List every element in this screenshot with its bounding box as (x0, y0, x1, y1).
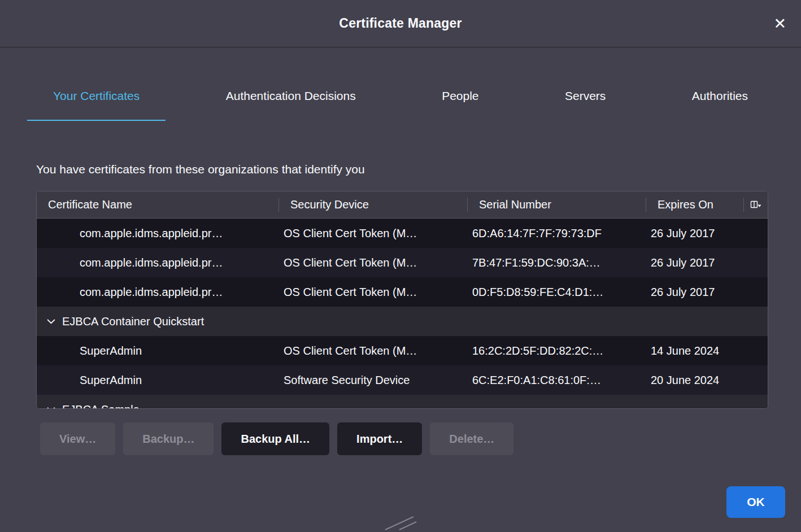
certificates-description: You have certificates from these organiz… (36, 163, 801, 176)
column-header-serial-number[interactable]: Serial Number (468, 191, 646, 218)
tab-servers[interactable]: Servers (539, 89, 632, 121)
import-button[interactable]: Import… (337, 422, 422, 455)
cell-name: SuperAdmin (37, 365, 279, 395)
action-button-bar: View…Backup…Backup All…Import…Delete… (40, 422, 801, 455)
certificate-row[interactable]: com.apple.idms.appleid.pr…OS Client Cert… (37, 219, 768, 248)
group-row-ejbca-sample[interactable]: EJBCA Sample (37, 395, 768, 409)
close-icon[interactable]: ✕ (773, 16, 786, 31)
cell-expires: 20 June 2024 (646, 365, 768, 395)
delete-button[interactable]: Delete… (430, 422, 513, 455)
chevron-down-icon (47, 407, 55, 409)
cell-name: SuperAdmin (37, 336, 279, 365)
tab-your-certificates[interactable]: Your Certificates (27, 89, 166, 121)
group-label: EJBCA Container Quickstart (62, 315, 204, 328)
cell-serial: 7B:47:F1:59:DC:90:3A:… (468, 248, 646, 277)
chevron-down-icon (47, 319, 55, 324)
certificate-row[interactable]: SuperAdminOS Client Cert Token (M…16:2C:… (37, 336, 768, 365)
tab-authorities[interactable]: Authorities (666, 89, 774, 121)
dialog-title: Certificate Manager (339, 16, 462, 31)
cell-device: OS Client Cert Token (M… (279, 277, 468, 307)
column-header-expires-on[interactable]: Expires On (646, 191, 744, 218)
cell-expires: 26 July 2017 (646, 219, 768, 248)
backup-all-button[interactable]: Backup All… (221, 422, 329, 455)
tab-bar: Your CertificatesAuthentication Decision… (27, 89, 774, 121)
cell-expires: 26 July 2017 (646, 277, 768, 307)
table-header-row: Certificate NameSecurity DeviceSerial Nu… (37, 191, 768, 219)
group-row-ejbca-container-quickstart[interactable]: EJBCA Container Quickstart (37, 307, 768, 336)
cell-device: OS Client Cert Token (M… (279, 336, 468, 365)
column-header-security-device[interactable]: Security Device (279, 191, 468, 218)
certificate-row[interactable]: SuperAdminSoftware Security Device6C:E2:… (37, 365, 768, 395)
certificate-row[interactable]: com.apple.idms.appleid.pr…OS Client Cert… (37, 277, 768, 307)
tab-people[interactable]: People (416, 89, 504, 121)
view-button[interactable]: View… (40, 422, 115, 455)
cell-expires: 14 June 2024 (646, 336, 768, 365)
cell-serial: 6C:E2:F0:A1:C8:61:0F:… (468, 365, 646, 395)
cell-expires: 26 July 2017 (646, 248, 768, 277)
ok-button[interactable]: OK (726, 486, 785, 518)
cell-serial: 16:2C:2D:5F:DD:82:2C:… (468, 336, 646, 365)
column-picker-icon (750, 200, 761, 209)
group-label: EJBCA Sample (62, 403, 140, 409)
group-name-cell: EJBCA Container Quickstart (37, 307, 768, 336)
cell-device: Software Security Device (279, 365, 468, 395)
tab-authentication-decisions[interactable]: Authentication Decisions (200, 89, 382, 121)
dialog-titlebar: Certificate Manager ✕ (0, 0, 801, 47)
cell-serial: 0D:F5:D8:59:FE:C4:D1:… (468, 277, 646, 307)
column-picker-button[interactable] (744, 191, 768, 218)
group-name-cell: EJBCA Sample (37, 395, 768, 409)
certificates-table: Certificate NameSecurity DeviceSerial Nu… (36, 191, 768, 409)
certificate-row[interactable]: com.apple.idms.appleid.pr…OS Client Cert… (37, 248, 768, 277)
cell-serial: 6D:A6:14:7F:7F:79:73:DF (468, 219, 646, 248)
cell-device: OS Client Cert Token (M… (279, 219, 468, 248)
cell-device: OS Client Cert Token (M… (279, 248, 468, 277)
column-header-certificate-name[interactable]: Certificate Name (37, 191, 279, 218)
cell-name: com.apple.idms.appleid.pr… (37, 248, 279, 277)
cell-name: com.apple.idms.appleid.pr… (37, 277, 279, 307)
resize-grip[interactable] (384, 515, 418, 531)
cell-name: com.apple.idms.appleid.pr… (37, 219, 279, 248)
certificate-table-body: com.apple.idms.appleid.pr…OS Client Cert… (37, 219, 768, 409)
certificate-manager-dialog: Certificate Manager ✕ Your CertificatesA… (0, 0, 801, 455)
backup-button[interactable]: Backup… (123, 422, 214, 455)
